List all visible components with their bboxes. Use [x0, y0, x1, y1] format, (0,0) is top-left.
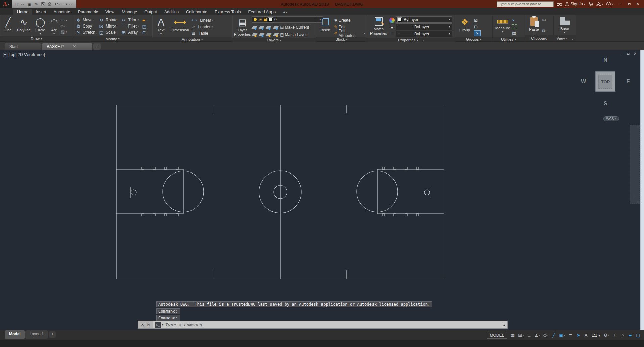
erase-button[interactable]: ▰ [142, 17, 146, 23]
command-input[interactable] [165, 322, 503, 327]
text-dropdown-icon[interactable]: ▾ [160, 32, 162, 35]
annotation-scale-button[interactable]: 1:1▾ [590, 333, 602, 338]
rotate-button[interactable]: ↻Rotate [99, 17, 117, 23]
scale-button[interactable]: ◱Scale [99, 29, 117, 35]
panel-label-block[interactable]: Block▾ [316, 37, 367, 41]
show-motion-icon[interactable]: ▶ [633, 193, 637, 199]
command-customize-icon[interactable]: ⚒ [147, 323, 150, 327]
object-snap-toggle[interactable]: ▣▾ [558, 332, 566, 339]
polyline-button[interactable]: ∿ Polyline [15, 16, 32, 36]
lineweight-dropdown[interactable]: ByLayer ▾ [396, 23, 452, 30]
graphics-performance-toggle[interactable]: ▰ [627, 332, 634, 339]
fillet-button[interactable]: ⌒Fillet▾ [121, 23, 140, 29]
panel-label-properties[interactable]: Properties▾⌟ [367, 38, 455, 42]
search-binoculars-icon[interactable] [557, 2, 562, 6]
new-drawing-tab-button[interactable]: + [93, 43, 101, 50]
ellipse-button[interactable]: ○▾ [61, 23, 67, 29]
vertical-scrollbar[interactable] [640, 50, 644, 330]
wcs-dropdown[interactable]: WCS ▾ [603, 116, 619, 121]
tab-home[interactable]: Home [13, 9, 32, 15]
dimension-button[interactable]: ⟷ Dimension [169, 16, 191, 37]
panel-label-layers[interactable]: Layers▾ [232, 38, 316, 42]
copy-clip-button[interactable]: ⧉ [542, 28, 546, 34]
pan-icon[interactable]: ✥ [633, 146, 637, 152]
snap-mode-toggle[interactable]: ⊞▾ [517, 332, 525, 339]
tab-annotate[interactable]: Annotate [50, 9, 74, 15]
layer-turn-on-icon[interactable] [252, 33, 258, 36]
ribbon-display-toggle-icon[interactable]: ⏺ ▾ [281, 9, 290, 15]
grid-display-toggle[interactable]: ▦ [509, 332, 516, 339]
viewcube-west[interactable]: W [581, 79, 586, 85]
tab-collaborate[interactable]: Collaborate [182, 9, 211, 15]
sign-in-dropdown-icon[interactable]: ▾ [584, 3, 585, 6]
clean-screen-toggle[interactable]: ▢ [635, 332, 641, 339]
trim-button[interactable]: ✂Trim▾ [121, 17, 140, 23]
object-color-dropdown[interactable]: ByLayer ▾ [396, 16, 452, 23]
array-button[interactable]: ⊞Array▾ [121, 29, 140, 35]
stretch-button[interactable]: ⇲Stretch [76, 29, 95, 35]
linetype-list-icon[interactable]: ┅ [391, 32, 393, 36]
sign-in-button[interactable]: Sign In ▾ [565, 2, 585, 6]
layer-thaw-all-icon[interactable] [266, 33, 272, 36]
insert-block-button[interactable]: ❐ Insert [318, 16, 333, 37]
model-tab[interactable]: Model [5, 330, 25, 339]
tab-manage[interactable]: Manage [118, 9, 141, 15]
base-button[interactable]: Base ▾ [557, 16, 573, 35]
cut-button[interactable]: ✂ [542, 17, 546, 23]
save-icon[interactable]: ▣ [27, 2, 31, 7]
viewport-close-icon[interactable]: ✕ [634, 52, 637, 56]
redo-dropdown-icon[interactable]: ▾ [69, 3, 70, 6]
layer-unisolate-icon[interactable] [259, 33, 265, 36]
save-as-icon[interactable]: ✎ [34, 2, 38, 7]
restore-button[interactable]: ⧉ [628, 2, 631, 6]
annotation-monitor-toggle[interactable]: + [611, 332, 618, 339]
arc-button[interactable]: ◠ Arc ▾ [48, 16, 60, 36]
point-style-button[interactable] [512, 24, 517, 30]
tab-output[interactable]: Output [141, 9, 161, 15]
mirror-button[interactable]: ⋈Mirror [99, 23, 117, 29]
layer-select-dropdown[interactable]: ☀ 0 ▾ [252, 16, 323, 23]
panel-label-groups[interactable]: Groups▾ [455, 37, 492, 41]
annotation-visibility-toggle[interactable]: A [583, 332, 589, 339]
tab-parametric[interactable]: Parametric [74, 9, 102, 15]
viewport-restore-icon[interactable]: ⧉ [627, 52, 630, 56]
paste-dropdown-icon[interactable]: ▾ [533, 32, 535, 35]
circle-button[interactable]: ◯ Circle ▾ [33, 16, 47, 36]
viewport-minimize-icon[interactable]: ─ [620, 52, 623, 56]
redo-icon[interactable]: ↷ [64, 2, 67, 7]
linetype-dropdown[interactable]: ByLayer ▾ [396, 31, 452, 37]
isolate-objects-button[interactable]: ○ [619, 332, 626, 339]
panel-label-clipboard[interactable]: Clipboard [525, 35, 553, 41]
recent-commands-icon[interactable]: ▾ [162, 323, 163, 326]
navbar-customize-icon[interactable]: ⊖ [637, 201, 639, 204]
match-properties-button[interactable]: ✎ Match Properties [369, 16, 388, 38]
table-button[interactable]: ▦ Table [192, 30, 213, 36]
base-dropdown-icon[interactable]: ▾ [564, 31, 565, 34]
tab-addins[interactable]: Add-ins [161, 9, 182, 15]
edit-attributes-button[interactable]: ✐Edit Attributes▾ [334, 30, 365, 36]
viewcube-top-face[interactable]: TOP [595, 71, 615, 92]
line-button[interactable]: ╱ Line [2, 16, 14, 36]
help-button[interactable]: ? ▾ [606, 2, 613, 6]
rectangle-button[interactable]: ▭▾ [61, 17, 67, 23]
lineweight-toggle[interactable]: ≡ [567, 332, 574, 339]
undo-icon[interactable]: ↶ [54, 2, 58, 7]
layout1-tab[interactable]: Layout1 [25, 330, 48, 339]
lineweight-list-icon[interactable]: ≡ [391, 25, 393, 30]
workspace-switching-button[interactable]: ⚙▾ [603, 332, 610, 339]
copy-button[interactable]: ⧉Copy [76, 23, 95, 29]
selection-cycling-toggle[interactable]: ➤ [575, 332, 582, 339]
model-space-button[interactable]: MODEL [487, 332, 507, 339]
polar-tracking-toggle[interactable]: ∡▾ [534, 332, 541, 339]
match-layer-button[interactable]: ▤Match Layer [280, 32, 307, 37]
ungroup-button[interactable]: ⊠ [474, 17, 481, 23]
ortho-toggle[interactable]: ∟ [526, 332, 533, 339]
layer-unlock-all-icon[interactable] [273, 33, 279, 36]
move-button[interactable]: ✥Move [76, 17, 95, 23]
isodraft-toggle[interactable]: ◇▾ [542, 332, 550, 339]
leader-button[interactable]: ↗ Leader▾ [192, 24, 213, 30]
command-history-toggle-icon[interactable]: ▲ [503, 323, 507, 327]
measure-dropdown-icon[interactable]: ▾ [502, 30, 503, 33]
orbit-icon[interactable]: ⟲ [633, 177, 637, 183]
tab-insert[interactable]: Insert [32, 9, 50, 15]
